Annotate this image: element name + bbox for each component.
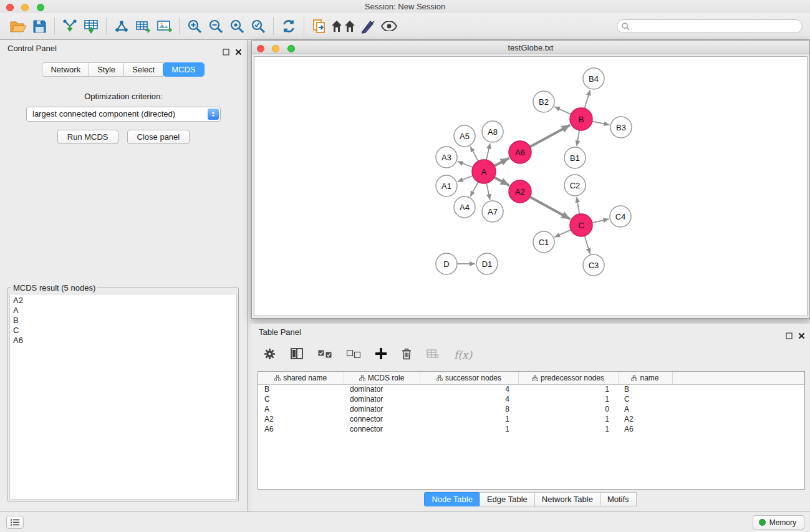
node-B3[interactable]: B3 [610, 117, 632, 138]
tab-network[interactable]: Network [42, 62, 89, 77]
table-cell[interactable]: A6 [258, 424, 344, 434]
table-cell[interactable]: 1 [518, 384, 618, 394]
node-D1[interactable]: D1 [476, 253, 498, 274]
table-cell[interactable]: A2 [618, 414, 672, 424]
tab-network-table[interactable]: Network Table [534, 492, 600, 506]
import-table-file-icon[interactable] [80, 16, 102, 36]
annotation-pen-icon[interactable] [357, 16, 378, 36]
edge-A-A5[interactable] [470, 147, 478, 162]
node-B1[interactable]: B1 [564, 147, 586, 168]
node-A6[interactable]: A6 [509, 141, 531, 163]
node-B[interactable]: B [570, 108, 592, 130]
node-A8[interactable]: A8 [482, 121, 503, 142]
node-C1[interactable]: C1 [533, 231, 554, 253]
table-settings-gear-icon[interactable] [264, 348, 276, 362]
result-item[interactable]: C [13, 326, 233, 336]
table-cell[interactable]: 0 [518, 404, 618, 414]
table-cell[interactable]: C [618, 394, 672, 404]
search-input[interactable] [617, 19, 803, 33]
edge-A-A1[interactable] [458, 176, 473, 181]
edge-A-A8[interactable] [486, 143, 490, 160]
column-header-shared-name[interactable]: shared name [258, 372, 344, 384]
table-cell[interactable]: 1 [420, 424, 518, 434]
node-C3[interactable]: C3 [583, 254, 604, 276]
tab-select[interactable]: Select [123, 62, 163, 77]
deselect-all-icon[interactable] [347, 349, 360, 360]
home-icon[interactable] [330, 16, 357, 36]
edge-A-A6[interactable] [494, 158, 509, 166]
edge-C-C4[interactable] [592, 219, 609, 223]
table-cell[interactable]: dominator [344, 384, 420, 394]
table-cell[interactable]: A6 [618, 424, 672, 434]
export-image-icon[interactable] [153, 16, 175, 36]
table-cell[interactable]: 1 [518, 424, 618, 434]
edge-C-C2[interactable] [577, 197, 579, 214]
open-session-icon[interactable] [7, 16, 29, 36]
close-panel-button[interactable]: Close panel [127, 130, 190, 144]
table-cell[interactable]: 8 [420, 404, 518, 414]
result-item[interactable]: A6 [13, 336, 233, 346]
node-A7[interactable]: A7 [482, 201, 503, 222]
result-item[interactable]: B [13, 316, 233, 326]
tab-node-table[interactable]: Node Table [424, 492, 480, 506]
table-cell[interactable]: connector [344, 424, 420, 434]
close-panel-icon[interactable] [798, 328, 805, 346]
node-table[interactable]: shared nameMCDS rolesuccessor nodesprede… [258, 371, 805, 490]
edge-A6-B[interactable] [530, 125, 571, 147]
table-cell[interactable]: B [618, 384, 672, 394]
node-A5[interactable]: A5 [454, 125, 475, 147]
new-network-icon[interactable] [111, 16, 132, 36]
zoom-selected-icon[interactable] [248, 16, 269, 36]
tab-mcds[interactable]: MCDS [163, 62, 204, 77]
dropdown-stepper-icon[interactable] [208, 109, 219, 120]
edge-A-A3[interactable] [458, 162, 473, 167]
tab-style[interactable]: Style [89, 62, 124, 77]
close-panel-icon[interactable] [235, 44, 242, 62]
task-list-button[interactable] [6, 516, 24, 529]
column-header-successor-nodes[interactable]: successor nodes [420, 372, 518, 384]
table-cell[interactable]: A [258, 404, 344, 414]
edge-B-B3[interactable] [592, 122, 610, 125]
node-A3[interactable]: A3 [436, 147, 457, 168]
table-cell[interactable]: C [258, 394, 344, 404]
edge-C-C1[interactable] [554, 230, 571, 237]
table-cell[interactable]: 1 [420, 414, 518, 424]
table-row[interactable]: A2connector11A2 [258, 414, 804, 424]
zoom-fit-icon[interactable] [226, 16, 248, 36]
table-cell[interactable]: 4 [420, 394, 518, 404]
node-A[interactable]: A [472, 160, 496, 183]
column-header-predecessor-nodes[interactable]: predecessor nodes [518, 372, 618, 384]
function-builder-button[interactable]: f(x) [454, 349, 472, 361]
table-cell[interactable]: dominator [344, 394, 420, 404]
table-cell[interactable]: A [618, 404, 672, 414]
table-cell[interactable]: connector [344, 414, 420, 424]
column-header-name[interactable]: name [618, 372, 672, 384]
edge-A-A7[interactable] [486, 183, 490, 200]
edge-B-B1[interactable] [577, 130, 579, 146]
save-session-icon[interactable] [29, 16, 50, 36]
node-A2[interactable]: A2 [509, 180, 531, 203]
node-C2[interactable]: C2 [564, 175, 586, 196]
zoom-out-icon[interactable] [205, 16, 226, 36]
import-network-file-icon[interactable] [59, 16, 80, 36]
result-item[interactable]: A2 [13, 296, 233, 306]
edge-A-A2[interactable] [494, 177, 509, 185]
zoom-in-icon[interactable] [184, 16, 205, 36]
table-cell[interactable]: B [258, 384, 344, 394]
network-canvas[interactable]: AA6A2BCA5A8A3A1A4A7B2B4B3B1C2C4C1C3DD1 [254, 56, 808, 316]
float-panel-icon[interactable] [223, 44, 229, 62]
tab-motifs[interactable]: Motifs [600, 492, 637, 506]
node-D[interactable]: D [436, 253, 457, 274]
column-visibility-icon[interactable] [291, 348, 303, 362]
edge-A2-C[interactable] [530, 197, 571, 220]
optimization-criterion-dropdown[interactable]: largest connected component (directed) [26, 107, 221, 122]
add-row-icon[interactable] [375, 348, 387, 362]
memory-button[interactable]: Memory [753, 515, 804, 530]
clone-network-icon[interactable] [309, 16, 330, 36]
run-mcds-button[interactable]: Run MCDS [57, 130, 118, 144]
delete-table-icon[interactable] [427, 349, 439, 361]
node-B4[interactable]: B4 [583, 68, 604, 89]
edge-A-A4[interactable] [470, 182, 478, 197]
network-window-titlebar[interactable]: testGlobe.txt [252, 41, 809, 54]
table-row[interactable]: Bdominator41B [258, 384, 804, 394]
